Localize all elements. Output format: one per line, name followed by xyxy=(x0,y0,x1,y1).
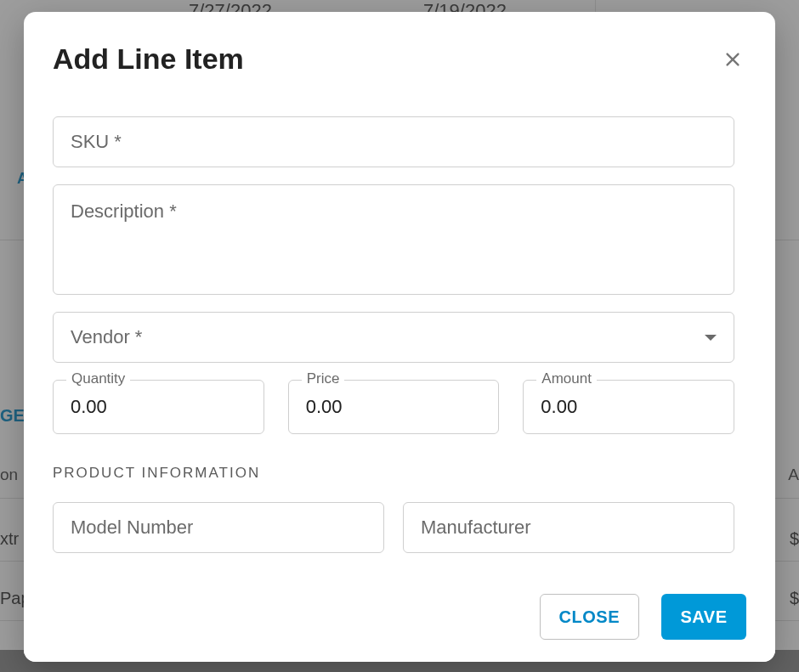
model-number-input[interactable]: Model Number xyxy=(53,502,384,553)
close-button[interactable]: CLOSE xyxy=(540,594,639,640)
sku-input[interactable]: SKU * xyxy=(53,116,734,167)
modal-title: Add Line Item xyxy=(53,42,244,76)
close-icon-button[interactable] xyxy=(719,46,746,73)
vendor-label: Vendor * xyxy=(54,313,159,362)
manufacturer-label: Manufacturer xyxy=(404,503,734,552)
close-icon xyxy=(723,50,742,69)
vendor-select[interactable]: Vendor * xyxy=(53,312,734,363)
amount-value: 0.00 xyxy=(523,380,734,434)
description-label: Description * xyxy=(54,185,734,236)
amount-field[interactable]: Amount 0.00 xyxy=(523,380,734,434)
modal-body: SKU * Description * Vendor * Quantity 0.… xyxy=(24,82,775,575)
amount-label: Amount xyxy=(536,370,597,387)
modal-footer: CLOSE SAVE xyxy=(24,575,775,662)
add-line-item-modal: Add Line Item SKU * Description * Vendor… xyxy=(24,12,775,662)
price-label: Price xyxy=(302,370,345,387)
modal-overlay: Add Line Item SKU * Description * Vendor… xyxy=(0,0,799,672)
manufacturer-input[interactable]: Manufacturer xyxy=(403,502,734,553)
price-field[interactable]: Price 0.00 xyxy=(288,380,500,434)
quantity-value: 0.00 xyxy=(53,380,264,434)
model-number-label: Model Number xyxy=(54,503,383,552)
quantity-label: Quantity xyxy=(66,370,130,387)
save-button[interactable]: SAVE xyxy=(661,594,746,640)
product-information-heading: PRODUCT INFORMATION xyxy=(53,465,734,482)
sku-label: SKU * xyxy=(54,117,734,167)
modal-header: Add Line Item xyxy=(24,12,775,82)
modal-scroll-area[interactable]: SKU * Description * Vendor * Quantity 0.… xyxy=(24,82,775,575)
description-input[interactable]: Description * xyxy=(53,184,734,295)
chevron-down-icon xyxy=(705,335,717,341)
price-value: 0.00 xyxy=(288,380,500,434)
quantity-field[interactable]: Quantity 0.00 xyxy=(53,380,264,434)
